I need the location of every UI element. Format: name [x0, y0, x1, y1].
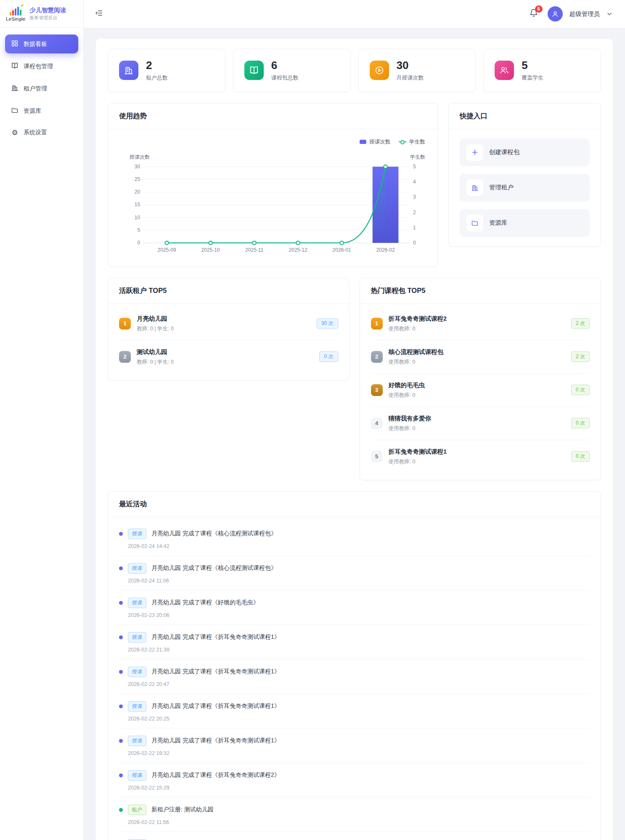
activity-item[interactable]: 授课 月亮幼儿园 完成了课程《折耳兔奇奇测试课程1》 2026-02-22 21…: [119, 625, 590, 659]
stat-card-tenants: 2 租户总数: [108, 49, 225, 92]
package-rank-row[interactable]: 1 折耳兔奇奇测试课程2 使用教师: 0 2 次: [371, 307, 590, 340]
activity-time: 2026-02-24 11:06: [128, 578, 590, 584]
sidebar-item-resources[interactable]: 资源库: [5, 101, 78, 120]
sidebar: LeSingle 少儿智慧阅读 服务管理后台 数据看板 课程包管理 租户管理: [0, 0, 84, 840]
activity-item[interactable]: 租户 新租户注册: 测试幼儿园 2026-02-22 11:56: [119, 797, 590, 832]
usage-count-badge: 30 次: [317, 318, 338, 329]
svg-text:0: 0: [413, 240, 416, 246]
quick-item-manage-tenants[interactable]: 管理租户: [460, 174, 590, 202]
tenant-rank-row[interactable]: 2 测试幼儿园 教师: 0 | 学生: 0 0 次: [119, 340, 338, 373]
activity-text: 新租户注册: 测试幼儿园: [151, 806, 214, 813]
activity-tag: 租户: [128, 805, 146, 815]
user-icon: [551, 10, 559, 18]
legend-item-lessons[interactable]: 授课次数: [360, 138, 390, 146]
charts-row: 使用趋势 授课次数 学生数: [108, 103, 601, 267]
activity-item[interactable]: 授课 月亮幼儿园 完成了课程《折耳兔奇奇测试课程1》 2026-02-22 19…: [119, 728, 590, 763]
activity-item[interactable]: 授课 月亮幼儿园 完成了课程《核心流程测试课程包》 2026-02-24 14:…: [119, 521, 590, 556]
activity-dot: [119, 808, 123, 812]
top-header: 5 超级管理员: [84, 0, 625, 28]
package-rank-row[interactable]: 4 猜猜我有多爱你 使用教师: 0 0 次: [371, 407, 590, 440]
activity-tag: 授课: [128, 701, 146, 712]
sidebar-item-course-packages[interactable]: 课程包管理: [5, 57, 78, 76]
students-icon: [495, 61, 514, 80]
activity-time: 2026-02-22 20:25: [128, 716, 590, 722]
usage-count-badge: 0 次: [571, 418, 590, 428]
rank-badge: 4: [371, 417, 383, 429]
user-name: 超级管理员: [569, 10, 600, 18]
svg-text:2026-02: 2026-02: [376, 247, 395, 253]
activity-text: 月亮幼儿园 完成了课程《折耳兔奇奇测试课程1》: [151, 702, 280, 710]
stat-value: 2: [146, 59, 168, 72]
svg-text:20: 20: [135, 189, 140, 195]
svg-text:3: 3: [413, 194, 416, 200]
sidebar-item-tenants[interactable]: 租户管理: [5, 79, 78, 98]
svg-text:2025-09: 2025-09: [158, 247, 176, 253]
activity-dot: [119, 532, 123, 536]
activity-tag: 授课: [128, 770, 146, 781]
package-name: 猜猜我有多爱你: [389, 415, 565, 423]
folder-icon: [11, 106, 19, 115]
sidebar-item-settings[interactable]: ⚙ 系统设置: [5, 124, 78, 141]
package-meta: 使用教师: 0: [389, 392, 565, 399]
avatar[interactable]: [548, 6, 563, 21]
tenant-meta: 教师: 0 | 学生: 0: [137, 325, 311, 332]
activity-item[interactable]: 授课 月亮幼儿园 完成了课程《好饿的毛毛虫》 2026-02-23 20:06: [119, 590, 590, 625]
book-icon: [11, 62, 19, 71]
sidebar-item-label: 资源库: [24, 107, 41, 115]
activity-item[interactable]: 授课 月亮幼儿园 完成了课程《折耳兔奇奇测试课程1》 2026-02-22 20…: [119, 659, 590, 694]
user-menu-toggle[interactable]: [606, 11, 612, 17]
sidebar-collapse-button[interactable]: [95, 9, 103, 19]
rank-badge: 2: [371, 351, 383, 363]
activity-item[interactable]: 授课 月亮幼儿园 完成了课程《折耳兔奇奇测试课程1》 2026-02-21 20…: [119, 832, 590, 840]
tenant-rank-row[interactable]: 1 月亮幼儿园 教师: 0 | 学生: 0 30 次: [119, 307, 338, 340]
chevron-down-icon: [606, 11, 612, 17]
quick-item-create-package[interactable]: 创建课程包: [460, 138, 590, 166]
package-rank-row[interactable]: 2 核心流程测试课程包 使用教师: 0 2 次: [371, 340, 590, 374]
quick-item-resources[interactable]: 资源库: [460, 209, 590, 237]
package-rank-row[interactable]: 5 折耳兔奇奇测试课程1 使用教师: 0 0 次: [371, 440, 590, 473]
recent-activity-card: 最近活动 授课 月亮幼儿园 完成了课程《核心流程测试课程包》 2026-02-2…: [108, 491, 601, 840]
svg-text:5: 5: [137, 227, 140, 233]
svg-text:30: 30: [135, 164, 140, 170]
svg-text:2: 2: [413, 209, 416, 215]
tenant-name: 测试幼儿园: [137, 348, 313, 356]
activity-time: 2026-02-24 14:42: [128, 543, 590, 549]
sidebar-item-label: 租户管理: [24, 85, 47, 93]
activity-item[interactable]: 授课 月亮幼儿园 完成了课程《折耳兔奇奇测试课程2》 2026-02-22 15…: [119, 763, 590, 797]
active-tenants-card: 活跃租户 TOP5 1 月亮幼儿园 教师: 0 | 学生: 0 30 次: [108, 278, 350, 380]
stat-card-course-packages: 6 课程包总数: [233, 49, 351, 92]
package-meta: 使用教师: 0: [389, 425, 565, 432]
activity-tag: 授课: [128, 736, 146, 746]
rank-badge: 2: [119, 351, 131, 363]
play-circle-icon: [370, 61, 389, 80]
activity-text: 月亮幼儿园 完成了课程《好饿的毛毛虫》: [151, 599, 259, 606]
building-icon: [11, 84, 19, 93]
package-rank-row[interactable]: 3 好饿的毛毛虫 使用教师: 0 0 次: [371, 374, 590, 407]
brand-logo-icon: LeSingle: [6, 6, 25, 21]
activity-dot: [119, 704, 123, 708]
plus-icon: [466, 144, 483, 161]
content-area: 2 租户总数 6 课程包总数: [84, 28, 625, 840]
svg-text:10: 10: [135, 214, 140, 220]
stat-value: 6: [271, 59, 299, 72]
activity-item[interactable]: 授课 月亮幼儿园 完成了课程《核心流程测试课程包》 2026-02-24 11:…: [119, 556, 590, 590]
sidebar-item-label: 数据看板: [24, 40, 47, 48]
sidebar-item-dashboard[interactable]: 数据看板: [5, 35, 78, 53]
brand-name: LeSingle: [6, 16, 25, 21]
sidebar-item-label: 课程包管理: [24, 63, 53, 70]
stat-label: 租户总数: [146, 74, 168, 82]
usage-trend-title: 使用趋势: [108, 104, 438, 129]
svg-text:2025-10: 2025-10: [201, 247, 220, 253]
notification-bell[interactable]: 5: [529, 8, 538, 19]
usage-trend-chart: 051015202530012345授课次数学生数2025-092025-102…: [119, 146, 427, 264]
package-name: 折耳兔奇奇测试课程1: [389, 448, 565, 456]
usage-count-badge: 0 次: [571, 385, 590, 395]
activity-dot: [119, 670, 123, 674]
collapse-icon: [95, 9, 103, 17]
activity-item[interactable]: 授课 月亮幼儿园 完成了课程《折耳兔奇奇测试课程1》 2026-02-22 20…: [119, 694, 590, 728]
legend-item-students[interactable]: 学生数: [399, 138, 425, 146]
tenant-name: 月亮幼儿园: [137, 315, 311, 323]
stat-label: 月授课次数: [397, 74, 424, 82]
stat-card-monthly-lessons: 30 月授课次数: [358, 49, 476, 92]
rank-badge: 1: [119, 318, 131, 330]
